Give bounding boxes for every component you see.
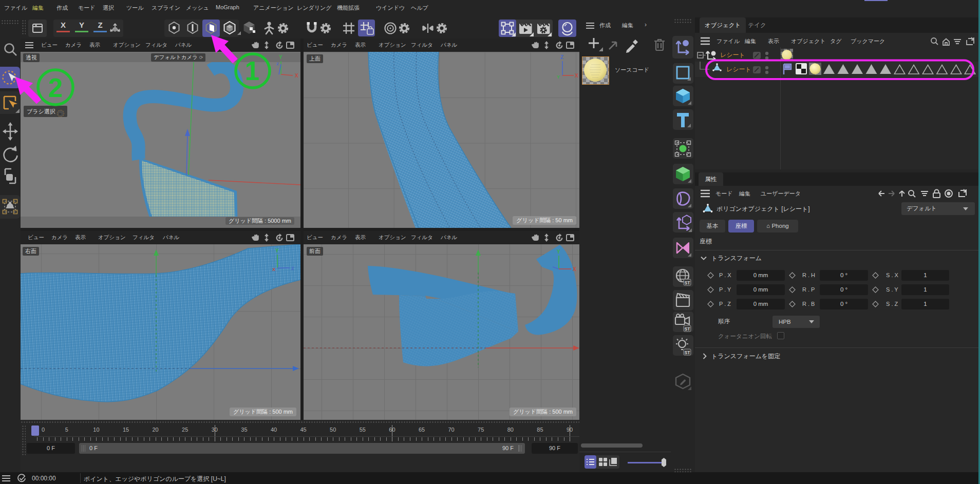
svg-text:X: X — [295, 73, 298, 79]
svg-text:X: X — [272, 267, 275, 272]
svg-text:Y: Y — [557, 249, 560, 255]
svg-text:X: X — [575, 73, 578, 79]
svg-text:Z: Z — [560, 54, 563, 60]
svg-text:Y: Y — [557, 74, 560, 80]
svg-text:ST: ST — [685, 280, 691, 285]
svg-text:ST: ST — [685, 326, 691, 332]
svg-text:Y: Y — [279, 54, 282, 60]
svg-text:Z: Z — [291, 266, 294, 271]
svg-text:Y: Y — [275, 248, 279, 254]
svg-text:X: X — [573, 266, 576, 272]
svg-text:ST: ST — [685, 350, 691, 355]
svg-text:Z: Z — [276, 62, 279, 66]
